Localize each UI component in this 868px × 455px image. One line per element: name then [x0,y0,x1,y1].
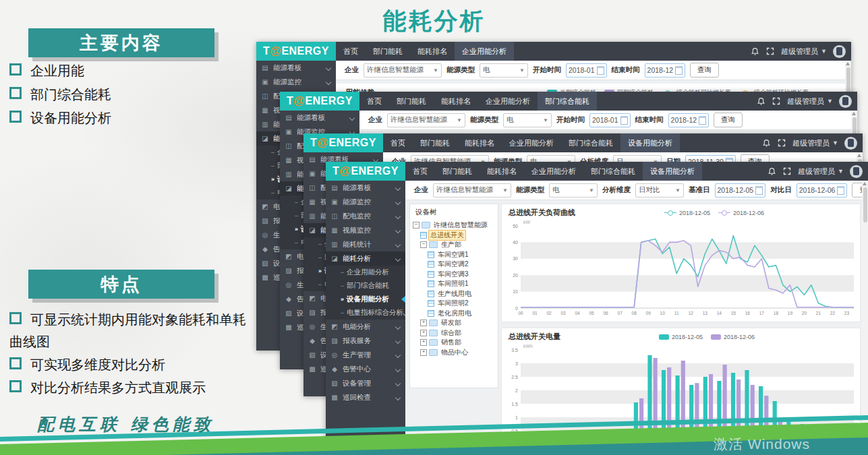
filter-select[interactable]: 电▼ [480,63,528,78]
sidebar-item[interactable]: ▦视频监控 [326,223,405,237]
nav-item[interactable]: 部门能耗 [413,133,457,152]
tree-node[interactable]: 车间照明1 [410,279,498,289]
avatar[interactable] [839,95,852,108]
avatar[interactable] [844,137,857,150]
date-input[interactable]: 2018-12-05 [715,183,766,198]
tree-node[interactable]: +销售部 [410,338,498,348]
filter-select[interactable]: 日对比▼ [635,183,684,198]
nav-item[interactable]: 企业用能分析 [455,42,514,61]
user-menu[interactable]: 超级管理员 [781,47,818,57]
nav-item[interactable]: 能耗排名 [434,92,478,111]
tree-node[interactable]: −许继信息智慧能源 [410,220,498,231]
sidebar-item[interactable]: ▤能源看板 [280,111,359,125]
tree-node[interactable]: −生产部 [410,240,498,250]
nav-item[interactable]: 企业用能分析 [478,92,538,111]
tree-node[interactable]: 老化房用电 [410,309,498,319]
tree-node[interactable]: 生产线用电 [410,289,498,299]
sidebar-item[interactable]: ▤能源看板 [326,181,405,195]
tree-node[interactable]: +研发部 [410,318,498,328]
bell-icon[interactable] [761,138,771,148]
tree-node[interactable]: +物品中心 [410,348,498,358]
tree-expand-icon[interactable]: + [420,349,427,356]
nav-item[interactable]: 能耗排名 [457,133,502,152]
fullscreen-icon[interactable] [765,47,775,56]
bell-icon[interactable] [756,96,765,106]
scroll-thumb[interactable] [863,187,867,222]
nav-item[interactable]: 部门综合能耗 [583,162,643,181]
tree-expand-icon[interactable]: + [420,320,427,326]
bullet-text: 企业用能 [30,63,84,78]
nav-item[interactable]: 首页 [405,162,435,181]
sidebar-item[interactable]: ▨报表服务 [326,334,405,348]
nav-item[interactable]: 能耗排名 [480,162,524,181]
nav-item[interactable]: 能耗排名 [410,42,455,61]
sidebar-subitem-label: 企业用能分析 [347,268,389,277]
user-menu[interactable]: 超级管理员 [792,138,830,148]
user-menu[interactable]: 超级管理员 [798,166,835,177]
sidebar-item[interactable]: ▤能源看板 [256,61,336,75]
filter-select[interactable]: 电▼ [549,183,598,198]
tree-node[interactable]: 车间照明2 [410,299,498,309]
nav-item[interactable]: 部门能耗 [366,42,410,61]
scroll-up-icon[interactable] [846,62,850,65]
sidebar-item[interactable]: ◎生产管理 [326,348,405,362]
query-button[interactable]: 查询 [714,113,743,127]
sidebar-item[interactable]: ▩巡回检查 [326,390,405,404]
sidebar-item[interactable]: ◪能耗分析 [326,251,405,266]
date-input[interactable]: 2018-01 [589,113,631,127]
bar [634,402,638,444]
sidebar-item[interactable]: ▧设备管理 [326,376,405,390]
nav-item[interactable]: 部门能耗 [435,162,480,181]
fullscreen-icon[interactable] [772,96,781,106]
tree-expand-icon[interactable]: − [413,222,419,229]
sidebar-item[interactable]: ▣能源监控 [256,75,336,89]
date-input[interactable]: 2018-12-06 [797,183,848,198]
sidebar-subitem[interactable]: –电量指标综合分析 [326,306,405,320]
date-input[interactable]: 2018-01 [566,63,607,78]
sidebar-subitem[interactable]: –部门综合能耗 [326,279,405,293]
nav-item[interactable]: 首页 [383,133,413,152]
filter-select[interactable]: 许继信息智慧能源▼ [387,113,465,127]
nav-item[interactable]: 首页 [359,92,389,111]
scroll-up-icon[interactable] [857,154,861,157]
sidebar-item[interactable]: ◩电能分析 [326,320,405,334]
sidebar-subitem[interactable]: –企业用能分析 [326,266,405,279]
nav-item[interactable]: 部门综合能耗 [561,133,620,152]
filter-select[interactable]: 电▼ [503,113,552,127]
user-menu[interactable]: 超级管理员 [787,96,824,107]
avatar[interactable] [850,165,863,178]
avatar[interactable] [833,45,846,58]
scrollbar[interactable] [862,181,868,455]
nav-item[interactable]: 部门综合能耗 [538,92,597,111]
sidebar-item[interactable]: ◆告警中心 [326,362,405,376]
nav-item[interactable]: 企业用能分析 [502,133,561,152]
tree-expand-icon[interactable]: − [420,241,427,248]
nav-item[interactable]: 企业用能分析 [524,162,583,181]
sidebar-item[interactable]: ▣能源监控 [326,195,405,209]
sidebar-subitem[interactable]: »设备用能分析 [326,293,405,306]
tree-node[interactable]: +综合部 [410,328,498,338]
tree-expand-icon[interactable]: + [420,330,427,336]
sidebar-item[interactable]: ▥能耗统计 [326,237,405,251]
bell-icon[interactable] [750,47,759,56]
tree-expand-icon[interactable]: + [420,339,427,346]
nav-item[interactable]: 部门能耗 [389,92,434,111]
nav-item[interactable]: 首页 [336,42,366,61]
bell-icon[interactable] [767,166,776,176]
tree-node[interactable]: 车间空调1 [410,250,498,260]
query-button[interactable]: 查询 [690,63,719,78]
date-input[interactable]: 2018-12 [668,113,710,127]
tree-node[interactable]: 总进线开关 [410,231,498,241]
sidebar-item[interactable]: ◫配电监控 [326,209,405,223]
filter-select[interactable]: 许继信息智慧能源▼ [364,63,442,78]
filter-select[interactable]: 许继信息智慧能源▼ [433,183,511,198]
scroll-up-icon[interactable] [863,182,867,185]
fullscreen-icon[interactable] [782,166,792,176]
date-input[interactable]: 2018-12 [645,63,686,78]
scroll-up-icon[interactable] [852,112,856,115]
tree-node[interactable]: 车间空调3 [410,270,498,280]
nav-item[interactable]: 设备用能分析 [643,162,702,181]
tree-node[interactable]: 车间空调2 [410,260,498,270]
fullscreen-icon[interactable] [777,138,786,148]
nav-item[interactable]: 设备用能分析 [620,133,680,152]
